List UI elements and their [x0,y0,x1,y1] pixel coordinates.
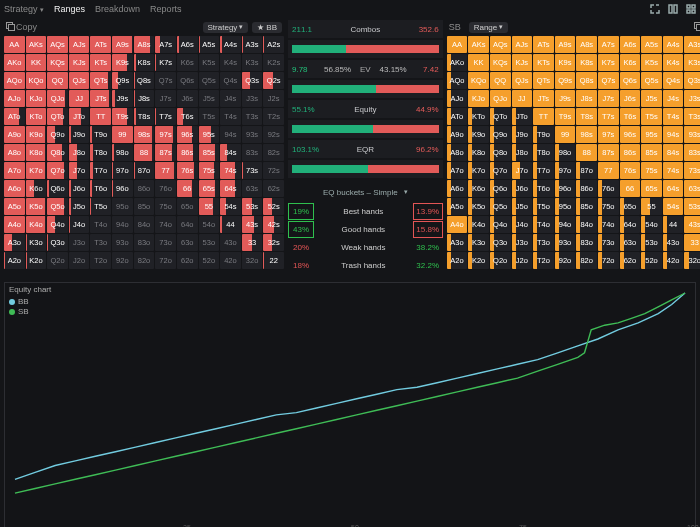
hand-cell[interactable]: K6s [177,54,198,71]
hand-cell[interactable]: T7o [533,162,554,179]
hand-cell[interactable]: 97s [155,126,176,143]
hand-cell[interactable]: 54s [220,198,241,215]
hand-cell[interactable]: J5s [199,90,220,107]
range-grid-left[interactable]: AAAKsAQsAJsATsA9sA8sA7sA6sA5sA4sA3sA2sAK… [4,36,284,269]
hand-cell[interactable]: 86o [576,180,597,197]
hand-cell[interactable]: AA [4,36,25,53]
hand-cell[interactable]: A8s [576,36,597,53]
hand-cell[interactable]: KTs [533,54,554,71]
hand-cell[interactable]: 74o [598,216,619,233]
hand-cell[interactable]: J7s [155,90,176,107]
hand-cell[interactable]: J4s [663,90,684,107]
hand-cell[interactable]: JJ [512,90,533,107]
hand-cell[interactable]: 87o [576,162,597,179]
hand-cell[interactable]: 93o [555,234,576,251]
hand-cell[interactable]: T6s [620,108,641,125]
hand-cell[interactable]: 32o [684,252,700,269]
equity-chart[interactable]: Equity chart BBSB 255075100 [4,282,696,527]
hand-cell[interactable]: A9o [4,126,25,143]
hand-cell[interactable]: J4o [69,216,90,233]
hand-cell[interactable]: 63s [684,180,700,197]
hand-cell[interactable]: K4o [26,216,47,233]
hand-cell[interactable]: QTo [490,108,511,125]
hand-cell[interactable]: Q9o [47,126,68,143]
hand-cell[interactable]: 65o [177,198,198,215]
hand-cell[interactable]: JJ [69,90,90,107]
hand-cell[interactable]: 77 [598,162,619,179]
hand-cell[interactable]: T7o [90,162,111,179]
hand-cell[interactable]: T4o [533,216,554,233]
hand-cell[interactable]: 52s [263,198,284,215]
copy-right[interactable]: Copy [694,22,700,32]
hand-cell[interactable]: 66 [620,180,641,197]
hand-cell[interactable]: K8o [468,144,489,161]
hand-cell[interactable]: J4s [220,90,241,107]
hand-cell[interactable]: Q3o [490,234,511,251]
hand-cell[interactable]: K9o [468,126,489,143]
hand-cell[interactable]: 97s [598,126,619,143]
hand-cell[interactable]: 63s [242,180,263,197]
tab-strategy[interactable]: Strategy ▾ [4,4,44,14]
hand-cell[interactable]: J9o [69,126,90,143]
hand-cell[interactable]: 33 [242,234,263,251]
hand-cell[interactable]: Q7o [47,162,68,179]
hand-cell[interactable]: A7s [155,36,176,53]
hand-cell[interactable]: 92o [112,252,133,269]
hand-cell[interactable]: Q5s [641,72,662,89]
hand-cell[interactable]: 86s [620,144,641,161]
hand-cell[interactable]: J8s [134,90,155,107]
hand-cell[interactable]: 62o [620,252,641,269]
hand-cell[interactable]: 54s [663,198,684,215]
hand-cell[interactable]: J7o [512,162,533,179]
hand-cell[interactable]: Q8s [134,72,155,89]
hand-cell[interactable]: T4s [220,108,241,125]
hand-cell[interactable]: 96s [620,126,641,143]
hand-cell[interactable]: 53o [641,234,662,251]
hand-cell[interactable]: J2o [512,252,533,269]
hand-cell[interactable]: 63o [177,234,198,251]
hand-cell[interactable]: A8o [447,144,468,161]
hand-cell[interactable]: AQs [47,36,68,53]
hand-cell[interactable]: 42o [663,252,684,269]
hand-cell[interactable]: K3s [684,54,700,71]
hand-cell[interactable]: T9o [90,126,111,143]
hand-cell[interactable]: Q2o [490,252,511,269]
hand-cell[interactable]: Q6s [620,72,641,89]
hand-cell[interactable]: 94s [663,126,684,143]
eq-buckets-header[interactable]: EQ buckets – Simple▾ [288,184,443,200]
hand-cell[interactable]: QJs [69,72,90,89]
hand-cell[interactable]: JTo [69,108,90,125]
hand-cell[interactable]: 66 [177,180,198,197]
hand-cell[interactable]: K2o [26,252,47,269]
hand-cell[interactable]: A6o [447,180,468,197]
hand-cell[interactable]: A6o [4,180,25,197]
hand-cell[interactable]: J5s [641,90,662,107]
hand-cell[interactable]: K3o [468,234,489,251]
hand-cell[interactable]: J9o [512,126,533,143]
hand-cell[interactable]: T8o [533,144,554,161]
hand-cell[interactable]: K7o [26,162,47,179]
hand-cell[interactable]: 72s [263,162,284,179]
hand-cell[interactable]: JTs [90,90,111,107]
hand-cell[interactable]: AKs [26,36,47,53]
hand-cell[interactable]: 53s [242,198,263,215]
hand-cell[interactable]: A3o [447,234,468,251]
hand-cell[interactable]: J4o [512,216,533,233]
hand-cell[interactable]: J9s [112,90,133,107]
hand-cell[interactable]: 64o [620,216,641,233]
hand-cell[interactable]: KQs [47,54,68,71]
hand-cell[interactable]: 72o [155,252,176,269]
columns-icon[interactable] [668,4,678,14]
hand-cell[interactable]: J3s [684,90,700,107]
hand-cell[interactable]: JTo [512,108,533,125]
hand-cell[interactable]: QTs [90,72,111,89]
hand-cell[interactable]: J7o [69,162,90,179]
hand-cell[interactable]: 76o [155,180,176,197]
hand-cell[interactable]: Q2o [47,252,68,269]
hand-cell[interactable]: 93o [112,234,133,251]
hand-cell[interactable]: T2o [90,252,111,269]
hand-cell[interactable]: 44 [663,216,684,233]
hand-cell[interactable]: 43o [663,234,684,251]
hand-cell[interactable]: 95o [112,198,133,215]
hand-cell[interactable]: K6s [620,54,641,71]
